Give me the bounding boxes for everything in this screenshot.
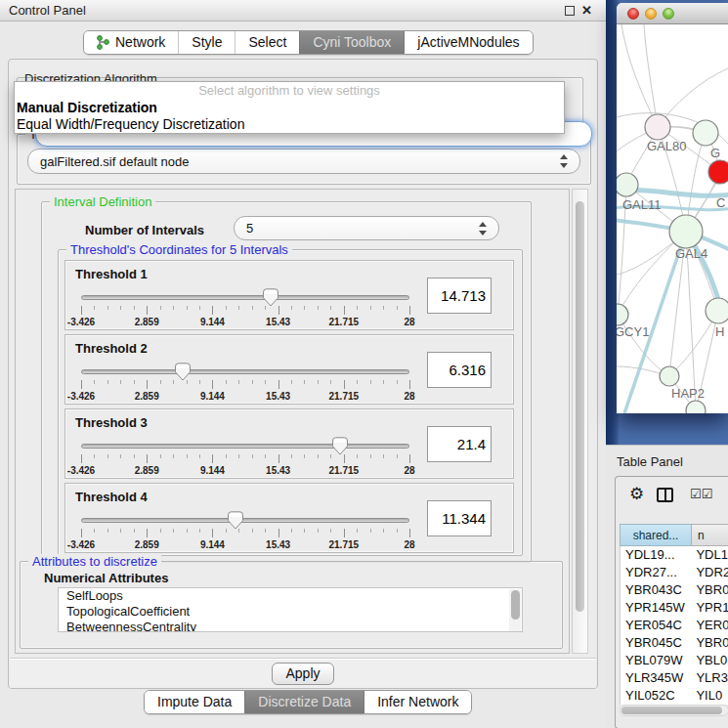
network-node-label: GAL4 [675,246,707,261]
slider-handle-icon[interactable] [263,288,278,307]
cell-shared-name[interactable]: YIL052C [621,687,692,705]
attribute-list-item[interactable]: SelfLoops [59,588,522,604]
float-window-icon[interactable] [565,6,575,16]
zoom-traffic-light-icon[interactable] [663,8,674,20]
table-row[interactable]: YBR045CYBR0 [621,634,728,652]
application-window: Control Panel ✕ Network Style Select Cyn… [0,0,728,728]
column-header-name[interactable]: n [692,524,728,546]
table-data-combobox[interactable]: galFiltered.sif default node [27,149,580,174]
tab-discretize-data[interactable]: Discretize Data [244,691,364,713]
cell-name[interactable]: YDR2 [692,564,728,581]
tab-style[interactable]: Style [178,31,235,54]
network-node[interactable] [645,114,670,140]
tab-infer-network[interactable]: Infer Network [364,691,471,713]
table-row[interactable]: YDR27...YDR2 [621,564,728,581]
apply-button[interactable]: Apply [272,663,334,685]
table-row[interactable]: YBL079WYBL0 [621,652,728,669]
cell-name[interactable]: YER0 [692,617,728,634]
network-node[interactable] [693,120,718,146]
threshold-slider[interactable]: -3.4262.8599.14415.4321.71528 [81,435,409,478]
table-row[interactable]: YLR345WYLR3 [621,669,728,687]
cell-shared-name[interactable]: YBR043C [621,581,692,599]
table-row[interactable]: YDL19...YDL1 [621,546,728,564]
threshold-value-field[interactable]: 21.4 [427,426,492,462]
cell-shared-name[interactable]: YLR345W [621,669,692,687]
cell-name[interactable]: YBL0 [692,652,728,669]
number-of-intervals-combobox[interactable]: 5 [234,216,499,240]
network-node[interactable] [617,304,628,325]
control-panel-titlebar[interactable]: Control Panel ✕ [0,0,606,21]
interval-definition-group-label: Interval Definition [50,194,155,209]
attributes-list-scrollbar[interactable] [509,589,521,632]
cell-name[interactable]: YPR1 [692,599,728,617]
network-canvas[interactable]: GAL80GCGAL11GAL4GCY1HHAP2 [617,24,728,413]
network-node-label: GAL11 [622,197,662,212]
threshold-slider[interactable]: -3.4262.8599.14415.4321.71528 [81,509,409,552]
table-row[interactable]: YIL052CYIL0 [621,687,728,705]
minimize-traffic-light-icon[interactable] [645,8,657,20]
tab-network[interactable]: Network [84,31,178,54]
cell-name[interactable]: YLR3 [692,669,728,687]
threshold-slider[interactable]: -3.4262.8599.14415.4321.71528 [81,286,409,329]
column-header-shared-name[interactable]: shared... [620,524,692,546]
numerical-attributes-list: SelfLoopsTopologicalCoefficientBetweenne… [58,587,523,632]
cell-name[interactable]: YBR0 [692,634,728,652]
threshold-value-field[interactable]: 6.316 [427,352,492,388]
network-node[interactable] [617,173,638,196]
cell-shared-name[interactable]: YDR27... [621,564,692,581]
slider-track[interactable] [81,369,409,374]
table-panel: ⚙ ☑☑ shared... n YDL19...YDL1YDR27...YDR… [615,476,728,728]
network-node[interactable] [669,215,703,248]
gear-icon[interactable]: ⚙ [629,485,644,504]
dropdown-option-equal-width-frequency[interactable]: Equal Width/Frequency Discretization [15,116,564,133]
table-data-combobox-value: galFiltered.sif default node [40,154,189,169]
slider-handle-icon[interactable] [175,363,191,381]
cell-name[interactable]: YBR0 [692,581,728,599]
dropdown-placeholder-option[interactable]: Select algorithm to view settings [15,82,564,100]
slider-ticks [81,380,409,389]
scrollbar-thumb[interactable] [621,707,722,714]
scrollbar-thumb[interactable] [576,201,584,612]
cell-shared-name[interactable]: YBR045C [621,634,692,652]
cell-shared-name[interactable]: YDL19... [621,546,692,564]
checkbox-icons[interactable]: ☑☑ [690,487,712,501]
table-row[interactable]: YPR145WYPR1 [621,599,728,617]
table-row[interactable]: YER054CYER0 [621,617,728,634]
threshold-value-field[interactable]: 14.713 [427,278,492,314]
slider-handle-icon[interactable] [332,437,348,455]
settings-vertical-scrollbar[interactable] [572,189,588,654]
tab-jactivemnodules[interactable]: jActiveMNodules [404,31,532,54]
table-horizontal-scrollbar[interactable] [620,705,728,716]
table-row[interactable]: YBR043CYBR0 [621,581,728,599]
cell-shared-name[interactable]: YPR145W [621,599,692,617]
cell-shared-name[interactable]: YER054C [621,617,692,634]
dropdown-option-manual-discretization[interactable]: Manual Discretization [15,100,564,116]
network-window-titlebar[interactable] [617,3,728,24]
network-node[interactable] [660,366,679,386]
cell-shared-name[interactable]: YBL079W [621,652,692,669]
tab-cyni-toolbox[interactable]: Cyni Toolbox [299,31,404,54]
close-traffic-light-icon[interactable] [627,8,639,20]
cell-name[interactable]: YIL0 [692,687,728,705]
threshold-slider[interactable]: -3.4262.8599.14415.4321.71528 [81,361,409,404]
attribute-list-item[interactable]: BetweennessCentrality [59,620,522,632]
number-of-intervals-value: 5 [246,221,253,236]
network-node[interactable] [708,160,728,184]
interval-definition-group: Interval Definition Number of Intervals … [41,201,532,563]
close-icon[interactable]: ✕ [581,6,592,16]
threshold-value-field[interactable]: 11.344 [427,500,492,536]
slider-track[interactable] [81,444,409,449]
tab-select[interactable]: Select [235,31,299,54]
table-body: YDL19...YDL1YDR27...YDR2YBR043CYBR0YPR14… [620,546,728,705]
slider-ticks [81,529,409,537]
threshold-label: Threshold 2 [75,341,148,356]
columns-icon[interactable] [657,488,673,502]
tab-impute-data[interactable]: Impute Data [145,691,244,713]
cell-name[interactable]: YDL1 [692,546,728,564]
slider-handle-icon[interactable] [228,511,243,530]
network-node[interactable] [706,298,728,323]
slider-track[interactable] [81,518,409,523]
slider-track[interactable] [81,295,409,300]
attribute-list-item[interactable]: TopologicalCoefficient [59,604,522,620]
algorithm-dropdown-popup: Select algorithm to view settings Manual… [14,81,565,134]
